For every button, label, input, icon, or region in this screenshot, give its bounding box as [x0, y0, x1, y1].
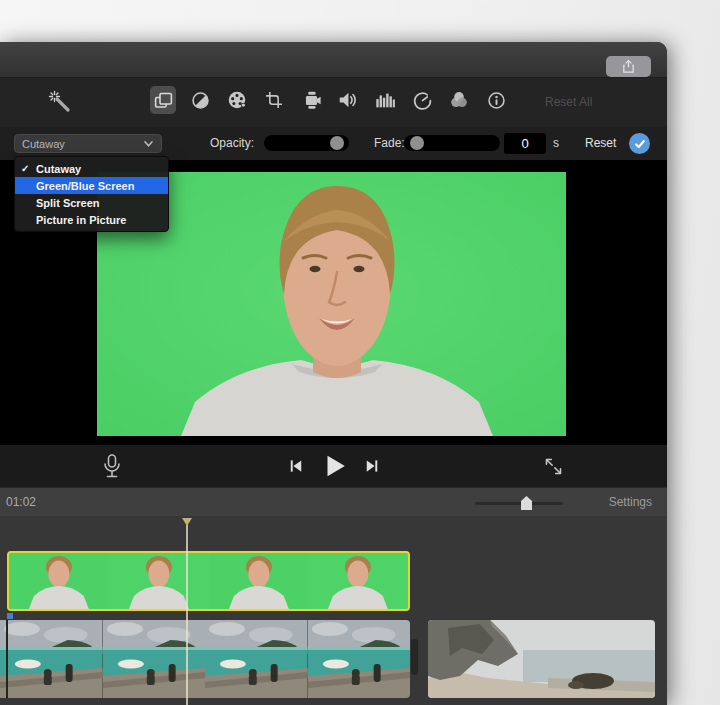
info-icon	[486, 90, 507, 111]
skip-forward-icon[interactable]	[363, 457, 381, 475]
fade-seconds-field[interactable]: 0	[504, 133, 546, 154]
clip-thumbnail	[308, 553, 408, 609]
video-camera-icon	[300, 89, 322, 111]
fullscreen-icon[interactable]	[543, 456, 564, 477]
clip-thumbnail	[109, 553, 209, 609]
playhead-marker[interactable]	[182, 518, 192, 526]
clip-thumbnail	[308, 620, 411, 698]
share-icon	[621, 59, 636, 74]
equalizer-icon	[374, 89, 396, 111]
tab-equalizer[interactable]	[372, 86, 398, 114]
overlay-icon	[153, 90, 174, 111]
playhead[interactable]	[186, 524, 188, 705]
seconds-unit-label: s	[553, 136, 559, 150]
timeline-settings-button[interactable]: Settings	[609, 495, 652, 509]
reset-all-button[interactable]: Reset All	[545, 95, 592, 109]
clip-thumbnail	[205, 620, 308, 698]
menu-checkmark-icon: ✓	[21, 163, 36, 174]
rocky-beach-clip[interactable]	[428, 620, 655, 698]
color-palette-icon	[226, 89, 248, 111]
timeline-zoom-slider[interactable]	[475, 502, 563, 505]
tab-color-correction[interactable]	[187, 86, 213, 114]
fade-label: Fade:	[374, 136, 405, 150]
beach-clip[interactable]	[0, 620, 410, 698]
skip-back-icon[interactable]	[287, 457, 305, 475]
tab-color-palette[interactable]	[224, 86, 250, 114]
speedometer-icon	[412, 90, 433, 111]
tab-stabilization[interactable]	[298, 86, 324, 114]
tab-color-balance[interactable]	[446, 86, 472, 114]
tab-overlay-settings[interactable]	[150, 86, 176, 114]
tab-volume[interactable]	[335, 86, 361, 114]
speaker-icon	[337, 89, 359, 111]
apply-checkmark-button[interactable]	[629, 133, 650, 154]
opacity-slider-thumb[interactable]	[330, 136, 344, 150]
clip-boundary	[6, 620, 8, 698]
color-correction-icon	[190, 90, 211, 111]
adjust-toolbar: Reset All	[0, 78, 667, 127]
fade-slider-thumb[interactable]	[410, 136, 424, 150]
overlay-type-dropdown[interactable]: Cutaway	[14, 134, 162, 153]
menu-item-split-screen[interactable]: Split Screen	[15, 194, 168, 211]
menu-item-picture-in-picture[interactable]: Picture in Picture	[15, 211, 168, 228]
share-button[interactable]	[606, 56, 651, 77]
tab-info[interactable]	[483, 86, 509, 114]
menu-item-cutaway[interactable]: ✓ Cutaway	[15, 160, 168, 177]
tab-speed[interactable]	[409, 86, 435, 114]
clip-thumbnail	[209, 553, 309, 609]
inspector-tabs	[150, 86, 509, 114]
overlay-type-menu: ✓ Cutaway Green/Blue Screen Split Screen…	[14, 156, 169, 232]
clip-thumbnail	[0, 620, 103, 698]
titlebar	[0, 42, 667, 78]
timeline-header: 01:02 Settings	[0, 487, 667, 516]
overlay-type-value: Cutaway	[22, 138, 65, 150]
playback-bar	[0, 444, 667, 487]
clip-gap-handle[interactable]	[411, 639, 418, 675]
clip-connection-indicator	[7, 613, 13, 619]
fade-slider[interactable]	[404, 135, 500, 151]
chevron-down-icon	[143, 140, 154, 148]
checkmark-icon	[634, 138, 646, 150]
timeline-zoom-thumb[interactable]	[521, 496, 532, 510]
enhance-magic-wand-icon[interactable]	[47, 89, 74, 116]
clip-thumbnail	[103, 620, 206, 698]
crop-icon	[264, 90, 284, 110]
timecode-display: 01:02	[6, 495, 36, 509]
clip-thumbnail	[9, 553, 109, 609]
transport-controls	[0, 445, 667, 487]
clip-thumbnail	[428, 620, 655, 698]
play-button-icon[interactable]	[321, 453, 347, 479]
reset-button[interactable]: Reset	[585, 136, 616, 150]
tab-crop[interactable]	[261, 86, 287, 114]
opacity-label: Opacity:	[210, 136, 254, 150]
timeline	[0, 516, 667, 705]
color-balance-icon	[448, 89, 470, 111]
green-screen-clip-selected[interactable]	[7, 551, 410, 611]
imovie-window: Reset All Cutaway Opacity: Fade: 0 s Res…	[0, 42, 667, 705]
opacity-slider[interactable]	[264, 135, 349, 151]
menu-item-green-blue-screen[interactable]: Green/Blue Screen	[15, 177, 168, 194]
